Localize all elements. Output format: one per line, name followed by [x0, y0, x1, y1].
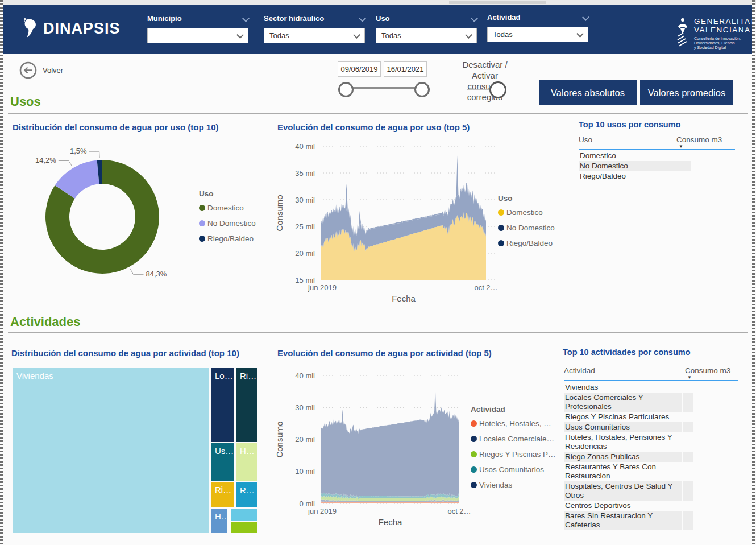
table-row[interactable]: No Domestico: [579, 161, 692, 171]
actividades-area-chart[interactable]: 0 mil10 mil20 mil30 mil40 miljun 2019oct…: [266, 341, 572, 540]
valores-absolutos-button[interactable]: Valores absolutos: [539, 80, 637, 105]
chevron-down-icon[interactable]: [242, 15, 250, 22]
selection-border-left: [0, 0, 3, 545]
filter-municipio-select[interactable]: [147, 28, 248, 43]
table-header-underline: [579, 149, 735, 150]
table-row[interactable]: Hoteles, Hostales, Pensiones Y Residenci…: [564, 432, 693, 452]
donut-percent-label: 14,2%: [35, 156, 56, 164]
filter-sector-select[interactable]: Todas: [264, 28, 365, 43]
panel-area-actividades: Evolución del consumo de agua por activi…: [266, 341, 572, 540]
usos-area-chart[interactable]: 15 mil20 mil25 mil30 mil35 mil40 miljun …: [266, 117, 573, 313]
label-leader-line: [130, 269, 143, 275]
date-range-slider-handle-end[interactable]: [414, 82, 430, 97]
usos-donut-chart[interactable]: 84,3%14,2%1,5%: [8, 117, 265, 310]
back-button[interactable]: Volver: [19, 61, 63, 79]
panel-donut-usos: Distribución del consumo de agua por uso…: [8, 117, 265, 310]
chevron-down-icon[interactable]: [582, 14, 589, 21]
treemap-tile[interactable]: H…: [236, 443, 257, 481]
table-title: Top 10 usos por consumo: [579, 120, 680, 129]
treemap-tile[interactable]: [231, 509, 257, 521]
treemap-tile-label: Us…: [215, 446, 234, 456]
chevron-down-icon[interactable]: [359, 15, 366, 22]
dashboard-page: DINAPSIS Municipio Sector hidráulico Tod…: [0, 0, 756, 545]
filter-sector-value: Todas: [269, 31, 289, 40]
gva-line2: VALENCIANA: [694, 26, 755, 34]
row-name-cell: Domestico: [579, 151, 691, 161]
y-tick-label: 40 mil: [295, 371, 315, 380]
row-value-cell: [683, 462, 693, 481]
column-header-uso[interactable]: Uso: [579, 135, 592, 144]
table-header-underline: [564, 380, 738, 381]
table-row[interactable]: Restaurantes Y Bares Con Restauracion: [564, 462, 693, 481]
filter-municipio: Municipio: [147, 14, 248, 43]
table-row[interactable]: Riegos Y Piscinas Particulares: [564, 412, 693, 422]
column-header-actividad[interactable]: Actividad: [564, 366, 595, 375]
dinapsis-logo-text: DINAPSIS: [43, 20, 121, 38]
y-tick-label: 35 mil: [295, 169, 315, 177]
generalitat-valenciana-icon: [675, 17, 690, 47]
treemap-tile[interactable]: Us…: [211, 443, 234, 481]
treemap-chart[interactable]: ViviendasLo…Ri…Us…H…Ri…R…H…: [13, 368, 257, 533]
filter-uso: Uso Todas: [376, 14, 477, 43]
treemap-tile-label: R…: [240, 485, 255, 495]
table-row[interactable]: Centros Deportivos: [564, 501, 693, 511]
area-series-5[interactable]: [321, 387, 459, 498]
y-tick-label: 30 mil: [295, 403, 315, 412]
filter-sector-label: Sector hidráulico: [264, 14, 324, 23]
chevron-down-icon: [236, 31, 244, 39]
row-name-cell: Hoteles, Hostales, Pensiones Y Residenci…: [564, 432, 682, 452]
table-row[interactable]: Hospitales, Centros De Salud Y Otros: [564, 481, 693, 501]
row-value-cell: [683, 511, 693, 530]
row-value-cell: [683, 452, 693, 462]
treemap-tile[interactable]: Ri…: [211, 482, 234, 507]
row-value-cell: [683, 412, 693, 422]
filter-actividad-label: Actividad: [487, 13, 521, 22]
treemap-tile[interactable]: R…: [236, 482, 257, 507]
date-end-input[interactable]: 16/01/2021: [384, 61, 427, 77]
x-tick-label: jun 2019: [308, 283, 337, 292]
gva-sub1: Conselleria de Innovación,: [694, 36, 755, 41]
table-row[interactable]: Usos Comunitarios: [564, 422, 693, 432]
top-scrollbar-thumb[interactable]: [449, 1, 546, 4]
sort-descending-icon[interactable]: ▼: [687, 375, 692, 380]
treemap-tile[interactable]: [231, 522, 257, 533]
chevron-down-icon[interactable]: [471, 15, 478, 22]
treemap-tile[interactable]: H…: [211, 509, 227, 533]
consumo-corregido-toggle[interactable]: [489, 81, 506, 98]
filter-actividad-select[interactable]: Todas: [487, 27, 588, 42]
table-row[interactable]: Viviendas: [564, 382, 693, 393]
top-scrollbar: [0, 0, 756, 5]
section-heading-usos: Usos: [10, 94, 41, 109]
table-row[interactable]: Riego/Baldeo: [579, 171, 692, 181]
app-header: DINAPSIS Municipio Sector hidráulico Tod…: [3, 5, 752, 54]
table-row[interactable]: Bares Sin Restauracion Y Cafeterias: [564, 511, 693, 530]
filter-uso-select[interactable]: Todas: [376, 28, 477, 43]
filter-actividad-value: Todas: [493, 30, 513, 39]
row-name-cell: No Domestico: [579, 161, 691, 171]
filter-sector-hidraulico: Sector hidráulico Todas: [264, 14, 365, 43]
treemap-tile[interactable]: Ri…: [236, 368, 257, 442]
filter-municipio-label: Municipio: [147, 14, 182, 23]
donut-percent-label: 1,5%: [70, 147, 87, 155]
table-row[interactable]: Domestico: [579, 151, 692, 161]
y-axis-title: Consumo: [275, 195, 284, 231]
column-header-consumo[interactable]: Consumo m3: [685, 366, 730, 375]
table-row[interactable]: Locales Comerciales Y Profesionales: [564, 393, 693, 412]
column-header-consumo[interactable]: Consumo m3: [676, 135, 722, 144]
panel-area-usos: Evolución del consumo de agua por uso (t…: [266, 117, 573, 313]
valores-promedios-button[interactable]: Valores promedios: [640, 80, 733, 105]
sort-descending-icon[interactable]: ▼: [679, 144, 683, 149]
date-range-slider-handle-start[interactable]: [338, 82, 354, 97]
row-value-cell: [683, 382, 693, 393]
date-range-slider-track[interactable]: [344, 87, 421, 89]
row-name-cell: Riegos Y Piscinas Particulares: [564, 412, 682, 422]
section-divider: [8, 113, 748, 114]
filter-uso-label: Uso: [376, 14, 390, 23]
treemap-tile[interactable]: Viviendas: [13, 368, 209, 533]
table-row[interactable]: Riego Zonas Publicas: [564, 452, 693, 462]
dinapsis-logo-icon: [19, 16, 39, 41]
date-start-input[interactable]: 09/06/2019: [338, 61, 381, 77]
treemap-tile[interactable]: Lo…: [211, 368, 234, 442]
y-tick-label: 30 mil: [295, 196, 315, 204]
row-value-cell: [683, 422, 693, 432]
